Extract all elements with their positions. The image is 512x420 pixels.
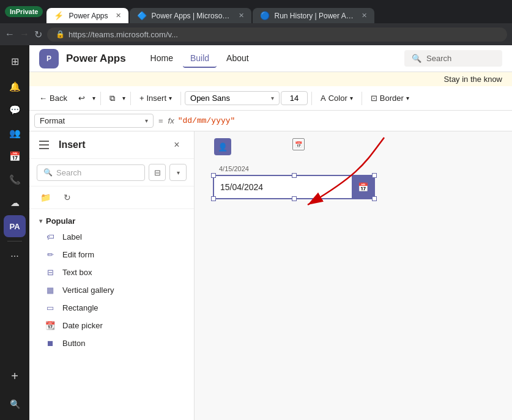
- copy-icon: ⧉: [109, 94, 115, 103]
- font-select[interactable]: Open Sans ▾: [185, 91, 280, 105]
- address-text: https://teams.microsoft.com/v...: [69, 30, 178, 39]
- sidebar-item-activity[interactable]: 🔔: [4, 76, 26, 98]
- sidebar-item-powerapps[interactable]: PA: [4, 215, 26, 237]
- person-icon: 👤: [218, 142, 228, 152]
- address-bar[interactable]: 🔒 https://teams.microsoft.com/v...: [47, 28, 507, 42]
- tab-automate-close-icon[interactable]: ✕: [362, 12, 367, 20]
- filter-icon: ⊟: [154, 168, 161, 177]
- sidebar-item-teams[interactable]: 👥: [4, 122, 26, 144]
- date-label-above: 4/15/2024: [219, 165, 375, 172]
- nav-back-icon[interactable]: ←: [5, 29, 15, 40]
- list-item-date-picker[interactable]: 📆 Date picker: [29, 317, 194, 334]
- teams-topbar: P Power Apps Home Build About 🔍 Search: [29, 45, 512, 72]
- activity-icon: 🔔: [9, 81, 21, 92]
- date-picker-area: 4/15/2024 👤 📅: [213, 165, 375, 199]
- handle-top-center[interactable]: [292, 173, 297, 178]
- copy-chevron-icon: ▾: [122, 95, 125, 101]
- teams-shell: ⊞ 🔔 💬 👥 📅 📞 ☁ PA ··· + 🔍: [0, 45, 512, 420]
- date-input-display[interactable]: 15/04/2024: [214, 177, 352, 197]
- back-button[interactable]: ← Back: [34, 91, 72, 105]
- border-button[interactable]: ⊡ Border ▾: [366, 91, 414, 105]
- nav-refresh-icon[interactable]: ↻: [34, 29, 42, 40]
- handle-bottom-center[interactable]: [292, 196, 297, 201]
- text-box-icon: ⊟: [44, 268, 56, 277]
- tab-close-icon[interactable]: ✕: [116, 12, 121, 20]
- back-label: Back: [50, 94, 67, 103]
- panel-search-wrapper[interactable]: 🔍 Search: [37, 164, 145, 181]
- hamburger-line3: [39, 148, 49, 149]
- tab-automate-icon: 🔵: [260, 11, 270, 20]
- sidebar-item-onedrive[interactable]: ☁: [4, 192, 26, 214]
- tab-automate[interactable]: 🔵 Run History | Power Automate ✕: [253, 8, 374, 23]
- formula-bar: Format ▾ = fx "dd/mm/yyyy": [29, 111, 512, 131]
- date-picker-widget[interactable]: 15/04/2024 📅: [213, 175, 375, 199]
- tab-powerapps-label: Power Apps: [69, 12, 108, 20]
- handle-top-left[interactable]: [211, 173, 216, 178]
- panel-hamburger[interactable]: [39, 138, 54, 152]
- rectangle-icon: ▭: [44, 303, 56, 312]
- undo-dropdown[interactable]: ▾: [91, 92, 97, 104]
- nav-forward-icon[interactable]: →: [20, 29, 29, 40]
- list-item-label[interactable]: 🏷 Label: [29, 228, 194, 246]
- copy-button[interactable]: ⧉: [105, 91, 120, 106]
- panel-close-button[interactable]: ×: [169, 138, 184, 152]
- top-search-icon: 🔍: [412, 54, 421, 63]
- undo-button[interactable]: ↩: [73, 91, 90, 105]
- list-item-button[interactable]: ⏹ Button: [29, 334, 194, 352]
- list-item-text-box[interactable]: ⊟ Text box: [29, 263, 194, 281]
- list-item-edit-form[interactable]: ✏ Edit form: [29, 246, 194, 263]
- font-size-field[interactable]: 14: [281, 91, 308, 105]
- add-icon: +: [11, 369, 18, 383]
- list-item-rectangle-text: Rectangle: [62, 303, 98, 312]
- tab-powerapps[interactable]: ⚡ Power Apps ✕: [46, 8, 128, 23]
- sidebar-item-add[interactable]: +: [4, 365, 26, 387]
- sidebar-item-calls[interactable]: 📞: [4, 169, 26, 191]
- sidebar-item-calendar[interactable]: 📅: [4, 146, 26, 168]
- insert-button[interactable]: + Insert ▾: [135, 91, 177, 105]
- dropdown-chevron-icon: ▾: [177, 169, 180, 176]
- formula-dropdown-chevron: ▾: [145, 117, 148, 124]
- browser-chrome: InPrivate ⚡ Power Apps ✕ 🔷 Power Apps | …: [0, 0, 512, 23]
- color-label: Color: [328, 94, 347, 103]
- gallery-icon: ▦: [44, 286, 56, 295]
- tab-teams-label: Power Apps | Microsoft Teams: [152, 12, 231, 20]
- date-picker-cal-button[interactable]: 📅: [352, 176, 374, 198]
- color-button[interactable]: A Color ▾: [316, 91, 358, 105]
- nav-menu: Home Build About: [143, 50, 256, 68]
- sidebar-icon-apps[interactable]: ⊞: [4, 50, 26, 72]
- panel-filter-button[interactable]: ⊟: [149, 164, 166, 181]
- top-search-bar[interactable]: 🔍 Search: [404, 50, 502, 67]
- tab-teams-close-icon[interactable]: ✕: [239, 12, 244, 20]
- panel-folder-button[interactable]: 📁: [37, 189, 54, 206]
- browser-tabs: ⚡ Power Apps ✕ 🔷 Power Apps | Microsoft …: [46, 0, 507, 23]
- handle-top-right[interactable]: [372, 173, 377, 178]
- app-content: P Power Apps Home Build About 🔍 Search S…: [29, 45, 512, 420]
- insert-label: Insert: [147, 94, 167, 103]
- popular-section-header[interactable]: ▾ Popular: [29, 212, 194, 228]
- handle-bottom-right[interactable]: [372, 196, 377, 201]
- nav-item-home[interactable]: Home: [143, 50, 180, 68]
- sidebar-item-search[interactable]: 🔍: [4, 393, 26, 415]
- list-item-rectangle[interactable]: ▭ Rectangle: [29, 299, 194, 317]
- powerapps-app-title: Power Apps: [66, 53, 126, 65]
- panel-dropdown-button[interactable]: ▾: [169, 164, 187, 181]
- canvas-frame[interactable]: 4/15/2024 👤 📅: [195, 131, 512, 420]
- list-item-label-text: Label: [62, 232, 82, 241]
- chat-icon: 💬: [9, 105, 21, 116]
- sidebar-item-chat[interactable]: 💬: [4, 99, 26, 121]
- toolbar-separator-3: [180, 92, 181, 105]
- panel-refresh-button[interactable]: ↻: [59, 189, 76, 206]
- list-item-date-picker-text: Date picker: [62, 321, 103, 330]
- handle-bottom-left[interactable]: [211, 196, 216, 201]
- tab-teams[interactable]: 🔷 Power Apps | Microsoft Teams ✕: [130, 8, 251, 23]
- toolbar-separator-4: [311, 92, 312, 105]
- formula-dropdown[interactable]: Format ▾: [34, 114, 154, 128]
- copy-dropdown[interactable]: ▾: [121, 92, 127, 104]
- teams-sidebar: ⊞ 🔔 💬 👥 📅 📞 ☁ PA ··· + 🔍: [0, 45, 29, 420]
- formula-value: "dd/mm/yyyy": [178, 116, 236, 125]
- border-icon: ⊡: [371, 94, 377, 103]
- sidebar-item-more[interactable]: ···: [4, 245, 26, 267]
- nav-item-about[interactable]: About: [219, 50, 256, 68]
- nav-item-build[interactable]: Build: [183, 50, 217, 68]
- list-item-gallery[interactable]: ▦ Vertical gallery: [29, 281, 194, 299]
